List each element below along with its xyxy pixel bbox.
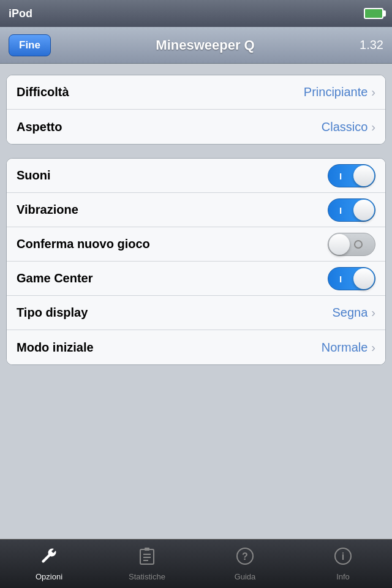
version-label: 1.32 bbox=[360, 38, 383, 52]
label-aspetto: Aspetto bbox=[17, 120, 62, 134]
chevron-icon-4: › bbox=[371, 341, 375, 355]
toggle-vibrazione[interactable]: I bbox=[328, 198, 375, 222]
modoiniziale-value-text: Normale bbox=[322, 341, 368, 355]
battery-icon bbox=[364, 8, 383, 19]
chevron-icon-2: › bbox=[371, 120, 375, 134]
toggle-knob-conferma bbox=[329, 234, 350, 255]
app-title: Minesweeper Q bbox=[156, 37, 254, 53]
row-suoni: Suoni I bbox=[7, 159, 385, 193]
label-suoni: Suoni bbox=[17, 168, 51, 183]
toggle-knob-gamecenter bbox=[353, 268, 374, 289]
toggle-gamecenter[interactable]: I bbox=[328, 267, 375, 290]
svg-text:?: ? bbox=[242, 551, 248, 562]
label-tipodisplay: Tipo display bbox=[17, 306, 88, 320]
tipodisplay-value-text: Segna bbox=[332, 306, 368, 320]
tab-guida-label: Guida bbox=[235, 572, 256, 581]
settings-group-2: Suoni I Vibrazione I Conferma nuovo gioc… bbox=[6, 158, 386, 365]
label-vibrazione: Vibrazione bbox=[17, 203, 78, 217]
row-gamecenter: Game Center I bbox=[7, 262, 385, 296]
value-difficolta: Principiante › bbox=[304, 85, 375, 99]
clipboard-icon bbox=[138, 547, 156, 570]
row-difficolta[interactable]: Difficoltà Principiante › bbox=[7, 75, 385, 110]
value-aspetto: Classico › bbox=[322, 120, 375, 134]
chevron-icon: › bbox=[371, 85, 375, 99]
toggle-knob-suoni bbox=[353, 165, 374, 186]
difficolta-value-text: Principiante bbox=[304, 85, 368, 99]
tab-opzioni[interactable]: Opzioni bbox=[0, 540, 98, 588]
row-modoiniziale[interactable]: Modo iniziale Normale › bbox=[7, 330, 385, 364]
toggle-off-circle bbox=[354, 240, 363, 249]
question-icon: ? bbox=[236, 547, 254, 570]
row-conferma: Conferma nuovo gioco bbox=[7, 227, 385, 262]
label-gamecenter: Game Center bbox=[17, 271, 93, 285]
row-aspetto[interactable]: Aspetto Classico › bbox=[7, 110, 385, 144]
done-button[interactable]: Fine bbox=[9, 34, 51, 56]
tab-opzioni-label: Opzioni bbox=[36, 572, 62, 581]
label-modoiniziale: Modo iniziale bbox=[17, 341, 94, 355]
toggle-on-label: I bbox=[339, 170, 342, 181]
value-tipodisplay: Segna › bbox=[332, 306, 375, 320]
label-difficolta: Difficoltà bbox=[17, 85, 69, 99]
chevron-icon-3: › bbox=[371, 306, 375, 320]
svg-rect-1 bbox=[145, 548, 149, 551]
svg-text:i: i bbox=[342, 551, 344, 562]
toggle-on-label-3: I bbox=[339, 273, 342, 284]
aspetto-value-text: Classico bbox=[322, 120, 368, 134]
row-vibrazione: Vibrazione I bbox=[7, 193, 385, 227]
toggle-knob-vibrazione bbox=[353, 200, 374, 221]
tab-info-label: Info bbox=[336, 572, 350, 581]
info-icon: i bbox=[334, 547, 352, 570]
wrench-icon bbox=[40, 547, 58, 570]
value-modoiniziale: Normale › bbox=[322, 341, 375, 355]
toggle-on-label-2: I bbox=[339, 205, 342, 215]
nav-bar: Fine Minesweeper Q 1.32 bbox=[0, 27, 392, 64]
device-name: iPod bbox=[9, 7, 32, 20]
content-area: Difficoltà Principiante › Aspetto Classi… bbox=[0, 64, 392, 539]
row-tipodisplay[interactable]: Tipo display Segna › bbox=[7, 296, 385, 330]
tab-guida[interactable]: ? Guida bbox=[196, 540, 294, 588]
label-conferma: Conferma nuovo gioco bbox=[17, 237, 150, 251]
toggle-suoni[interactable]: I bbox=[328, 164, 375, 187]
status-bar: iPod bbox=[0, 0, 392, 27]
tab-statistiche-label: Statistiche bbox=[129, 572, 165, 581]
tab-bar: Opzioni Statistiche ? Guida i bbox=[0, 539, 392, 588]
tab-statistiche[interactable]: Statistiche bbox=[98, 540, 196, 588]
settings-group-1: Difficoltà Principiante › Aspetto Classi… bbox=[6, 75, 386, 145]
tab-info[interactable]: i Info bbox=[294, 540, 392, 588]
toggle-conferma[interactable] bbox=[328, 233, 375, 256]
